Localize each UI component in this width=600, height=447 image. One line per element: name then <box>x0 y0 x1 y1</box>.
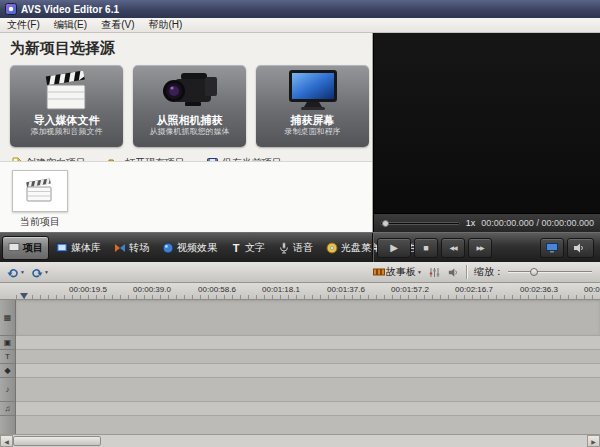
transport-controls: ▶ ■ ◀◀ ▶▶ ▼ <box>372 233 598 262</box>
audio-track-header[interactable]: ♪ <box>0 378 15 402</box>
tab-video-effects-label: 视频效果 <box>177 241 217 255</box>
scroll-left-button[interactable]: ◀ <box>0 435 13 447</box>
tab-video-effects[interactable]: 视频效果 <box>156 236 223 260</box>
app-icon[interactable] <box>5 3 17 15</box>
tab-text[interactable]: T 文字 <box>224 236 271 260</box>
overlay-track-header[interactable]: ▣ <box>0 336 15 350</box>
current-project-section: 当前项目 <box>0 161 372 232</box>
effects-track-lane[interactable] <box>16 364 600 378</box>
capture-screen-label: 捕获屏幕 <box>291 114 335 127</box>
storyboard-dropdown-icon: ▼ <box>417 269 422 275</box>
playhead-marker[interactable] <box>20 293 28 299</box>
svg-text:T: T <box>233 242 240 254</box>
ruler-tick: 00:01:18.1 <box>262 285 300 294</box>
scrollbar-thumb[interactable] <box>13 436 101 446</box>
stop-button[interactable]: ■ <box>414 238 438 258</box>
effects-track-header[interactable]: ◆ <box>0 364 15 378</box>
tab-media-library[interactable]: 媒体库 <box>50 236 107 260</box>
voice-icon <box>278 242 290 254</box>
seek-slider-handle[interactable] <box>382 220 389 227</box>
video-track-lane[interactable] <box>16 300 600 336</box>
music-track-header[interactable]: ♫ <box>0 402 15 416</box>
zoom-slider[interactable] <box>508 266 592 278</box>
tab-project-label: 项目 <box>23 241 43 255</box>
window-title: AVS Video Editor 6.1 <box>21 4 119 15</box>
toolbar-divider <box>466 265 467 279</box>
redo-icon <box>31 266 43 278</box>
ruler-tick: 00:01:37.6 <box>327 285 365 294</box>
ruler-tick: 00:01:57.2 <box>391 285 429 294</box>
timecode-display: 00:00:00.000 / 00:00:00.000 <box>481 218 594 228</box>
lane-filler <box>16 416 600 434</box>
capture-camera-subtitle: 从摄像机抓取您的媒体 <box>150 127 230 137</box>
tab-transitions[interactable]: 转场 <box>108 236 155 260</box>
scroll-right-button[interactable]: ▶ <box>587 435 600 447</box>
mixer-button[interactable] <box>425 264 443 280</box>
capture-screen-tile[interactable]: 捕获屏幕 录制桌面和程序 <box>256 65 369 147</box>
menu-file[interactable]: 文件(F) <box>0 18 47 32</box>
play-icon: ▶ <box>390 242 398 253</box>
scroll-right-icon: ▶ <box>591 438 596 445</box>
playback-speed: 1x <box>466 218 476 228</box>
capture-screen-subtitle: 录制桌面和程序 <box>285 127 341 137</box>
music-track-icon: ♫ <box>5 404 11 413</box>
preview-panel: 1x 00:00:00.000 / 00:00:00.000 <box>373 33 600 232</box>
text-track-icon: T <box>5 352 10 361</box>
timeline-ruler[interactable]: 00:00:19.5 00:00:39.0 00:00:58.6 00:01:1… <box>0 283 600 300</box>
speaker-icon <box>572 242 584 254</box>
ruler-tick: 00:02:36.3 <box>520 285 558 294</box>
zoom-slider-handle[interactable] <box>530 268 538 276</box>
zoom-slider-track <box>508 271 592 273</box>
tab-strip: 项目 媒体库 转场 视频效果 T 文字 语音 <box>2 236 372 260</box>
menu-edit[interactable]: 编辑(E) <box>47 18 94 32</box>
tab-transitions-label: 转场 <box>129 241 149 255</box>
current-project-thumbnail[interactable] <box>12 170 68 212</box>
timecode-current: 00:00:00.000 <box>481 218 534 228</box>
storyboard-button[interactable]: 故事板 ▼ <box>370 264 425 280</box>
scrollbar-track[interactable] <box>101 435 587 447</box>
overlay-track-lane[interactable] <box>16 336 600 350</box>
capture-camera-tile[interactable]: 从照相机捕获 从摄像机抓取您的媒体 <box>133 65 246 147</box>
ruler-tick: 00:00:19.5 <box>69 285 107 294</box>
clapperboard-icon <box>44 66 90 114</box>
timeline-speaker-icon <box>447 267 458 278</box>
music-track-lane[interactable] <box>16 402 600 416</box>
tab-voice-label: 语音 <box>293 241 313 255</box>
tab-text-label: 文字 <box>245 241 265 255</box>
redo-button[interactable]: ▼ <box>28 264 52 280</box>
fullscreen-button[interactable] <box>540 238 564 258</box>
previous-frame-icon: ◀◀ <box>449 244 456 251</box>
timecode-separator: / <box>536 218 539 228</box>
preview-screen <box>374 33 600 214</box>
timeline-scrollbar: ◀ ▶ <box>0 434 600 447</box>
undo-button[interactable]: ▼ <box>4 264 28 280</box>
tab-voice[interactable]: 语音 <box>272 236 319 260</box>
tab-project[interactable]: 项目 <box>2 236 49 260</box>
menu-view[interactable]: 查看(V) <box>94 18 141 32</box>
play-button[interactable]: ▶ <box>377 238 411 258</box>
import-media-tile[interactable]: 导入媒体文件 添加视频和音频文件 <box>10 65 123 147</box>
text-track-lane[interactable] <box>16 350 600 364</box>
media-library-icon <box>56 242 68 254</box>
storyboard-label: 故事板 <box>386 265 416 279</box>
titlebar: AVS Video Editor 6.1 <box>0 0 600 18</box>
track-header-filler <box>0 416 15 434</box>
seek-slider[interactable] <box>380 222 460 225</box>
track-headers: ▦ ▣ T ◆ ♪ ♫ <box>0 300 16 434</box>
next-frame-button[interactable]: ▶▶ <box>468 238 492 258</box>
audio-track-lane[interactable] <box>16 378 600 402</box>
video-track-header[interactable]: ▦ <box>0 300 15 336</box>
menu-help[interactable]: 帮助(H) <box>141 18 189 32</box>
transitions-icon <box>114 242 126 254</box>
main-toolbar: 项目 媒体库 转场 视频效果 T 文字 语音 <box>0 232 600 262</box>
volume-button[interactable]: ▼ <box>567 238 594 258</box>
text-track-header[interactable]: T <box>0 350 15 364</box>
undo-icon <box>7 266 19 278</box>
effects-track-icon: ◆ <box>4 366 10 375</box>
undo-dropdown-icon: ▼ <box>20 269 25 275</box>
clapperboard-thumb-icon <box>25 178 55 204</box>
previous-frame-button[interactable]: ◀◀ <box>441 238 465 258</box>
track-lanes <box>16 300 600 434</box>
timeline-volume-button[interactable] <box>443 264 461 280</box>
menubar: 文件(F) 编辑(E) 查看(V) 帮助(H) <box>0 18 600 33</box>
